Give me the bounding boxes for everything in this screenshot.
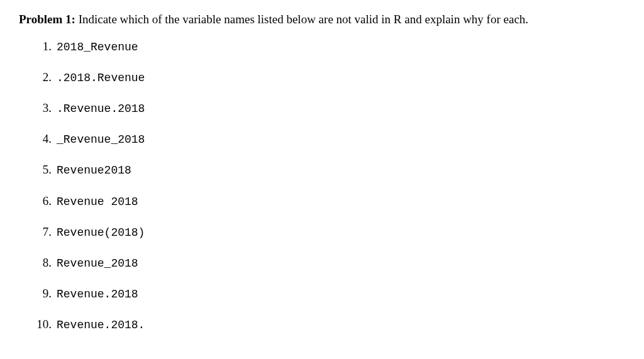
list-item: 9. Revenue.2018 [36, 285, 625, 302]
list-marker: 1. [36, 38, 52, 55]
variable-name: Revenue2018 [57, 163, 131, 179]
variable-name: _Revenue_2018 [57, 132, 145, 148]
variable-name: .Revenue.2018 [57, 101, 145, 117]
variable-list: 1. 2018_Revenue 2. .2018.Revenue 3. .Rev… [19, 38, 625, 334]
list-marker: 4. [36, 131, 52, 148]
list-marker: 2. [36, 69, 52, 86]
list-item: 7. Revenue(2018) [36, 224, 625, 241]
problem-label: Problem 1: [19, 13, 75, 26]
list-item: 5. Revenue2018 [36, 162, 625, 179]
list-marker: 6. [36, 193, 52, 210]
variable-name: Revenue_2018 [57, 256, 138, 272]
variable-name: Revenue 2018 [57, 194, 138, 210]
list-marker: 10. [36, 316, 52, 333]
list-item: 3. .Revenue.2018 [36, 100, 625, 117]
problem-text: Indicate which of the variable names lis… [75, 13, 528, 26]
list-item: 1. 2018_Revenue [36, 38, 625, 55]
list-item: 8. Revenue_2018 [36, 255, 625, 272]
list-item: 10. Revenue.2018. [36, 316, 625, 333]
list-marker: 7. [36, 224, 52, 241]
list-item: 2. .2018.Revenue [36, 69, 625, 86]
variable-name: .2018.Revenue [57, 70, 145, 86]
list-item: 6. Revenue 2018 [36, 193, 625, 210]
variable-name: Revenue.2018 [57, 287, 138, 302]
problem-heading: Problem 1: Indicate which of the variabl… [19, 11, 625, 28]
variable-name: Revenue(2018) [57, 225, 145, 241]
list-marker: 3. [36, 100, 52, 117]
list-marker: 9. [36, 285, 52, 302]
list-item: 4. _Revenue_2018 [36, 131, 625, 148]
list-marker: 8. [36, 255, 52, 272]
list-marker: 5. [36, 162, 52, 179]
variable-name: Revenue.2018. [57, 318, 145, 333]
variable-name: 2018_Revenue [57, 40, 138, 55]
